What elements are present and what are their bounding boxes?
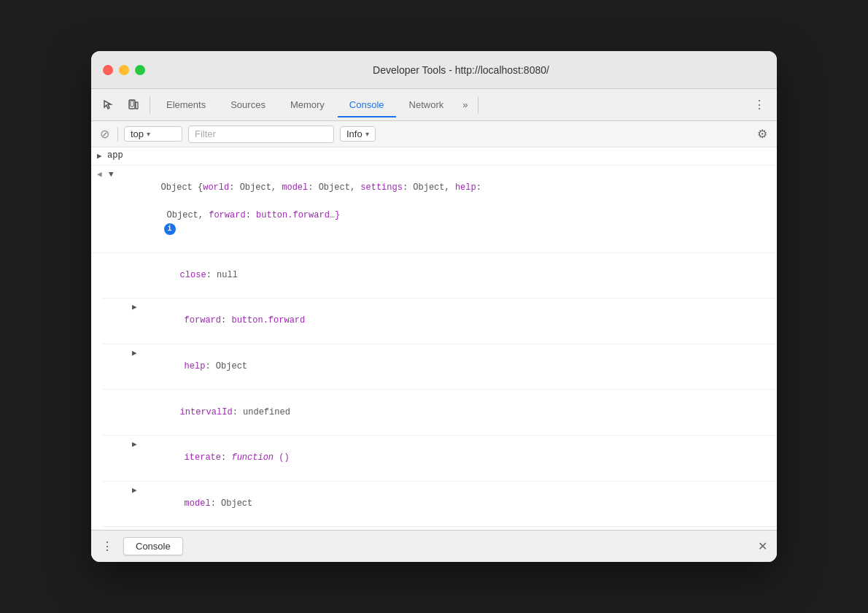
console-row-help: ▶ help: Object (103, 344, 777, 390)
log-level-selector[interactable]: Info ▾ (340, 126, 376, 142)
expand-object-icon[interactable]: ▼ (109, 169, 119, 182)
expand-forward-icon[interactable]: ▶ (132, 301, 142, 315)
expand-iterate-icon[interactable]: ▶ (132, 439, 142, 452)
bottom-menu-button[interactable]: ⋮ (97, 536, 117, 557)
window-title: Developer Tools - http://localhost:8080/ (157, 64, 765, 76)
tab-elements[interactable]: Elements (155, 93, 217, 117)
close-bottom-icon[interactable]: ✕ (753, 538, 771, 555)
toolbar-divider-2 (478, 96, 478, 114)
title-bar: Developer Tools - http://localhost:8080/ (91, 51, 777, 89)
back-arrow-icon: ◀ (97, 169, 109, 182)
console-tab-button[interactable]: Console (123, 537, 183, 555)
console-row-close: close: null (103, 253, 777, 299)
expand-help-icon[interactable]: ▶ (132, 347, 142, 361)
tab-memory[interactable]: Memory (279, 93, 336, 117)
console-row-intervalid: intervalId: undefined (103, 390, 777, 436)
svg-rect-0 (129, 100, 135, 109)
tab-sources[interactable]: Sources (219, 93, 277, 117)
prop-close: close: null (138, 255, 771, 297)
svg-rect-2 (136, 102, 138, 109)
app-label: app (107, 149, 771, 163)
console-row-iterate: ▶ iterate: function () (103, 436, 777, 482)
device-mode-icon[interactable] (122, 93, 145, 117)
devtools-window: Developer Tools - http://localhost:8080/… (91, 51, 777, 562)
maximize-button[interactable] (135, 65, 145, 75)
console-output: ▶ app ◀ ▼ Object {world: Object, model: … (91, 147, 777, 530)
console-toolbar-divider (117, 127, 118, 142)
traffic-lights (103, 65, 145, 75)
console-toolbar: ⊘ top ▾ Info ▾ ⚙ (91, 121, 777, 147)
scope-selector[interactable]: top ▾ (124, 126, 182, 142)
close-button[interactable] (103, 65, 113, 75)
prop-help: help: Object (142, 346, 771, 388)
tab-console[interactable]: Console (338, 93, 396, 117)
prop-iterate: iterate: function () (142, 437, 771, 479)
prop-model: model: Object (142, 483, 771, 525)
tab-more-button[interactable]: » (457, 93, 473, 116)
object-info-badge[interactable]: i (164, 223, 176, 235)
svg-rect-1 (131, 101, 133, 107)
expand-app-icon[interactable]: ▶ (97, 150, 107, 163)
scope-label: top (131, 128, 144, 139)
console-row-object-header: ◀ ▼ Object {world: Object, model: Object… (91, 166, 777, 253)
tab-network[interactable]: Network (398, 93, 456, 117)
devtools-toolbar: Elements Sources Memory Console Network … (91, 89, 777, 121)
console-settings-icon[interactable]: ⚙ (753, 126, 771, 143)
filter-input[interactable] (188, 126, 334, 143)
clear-console-icon[interactable]: ⊘ (97, 127, 112, 142)
bottom-bar: ⋮ Console ✕ (91, 530, 777, 562)
devtools-menu-button[interactable]: ⋮ (748, 92, 771, 117)
console-row-app: ▶ app (91, 147, 777, 166)
scope-arrow-icon: ▾ (147, 130, 150, 138)
inspect-element-icon[interactable] (97, 93, 120, 117)
console-row-model: ▶ model: Object (103, 482, 777, 528)
log-level-label: Info (346, 128, 363, 139)
minimize-button[interactable] (119, 65, 129, 75)
toolbar-divider (150, 96, 150, 114)
prop-intervalid: intervalId: undefined (138, 391, 771, 433)
expand-model-icon[interactable]: ▶ (132, 485, 142, 498)
object-header-content: Object {world: Object, model: Object, se… (119, 167, 771, 251)
prop-forward: forward: button.forward (142, 300, 771, 342)
log-level-arrow-icon: ▾ (365, 130, 369, 138)
console-row-forward: ▶ forward: button.forward (103, 298, 777, 344)
